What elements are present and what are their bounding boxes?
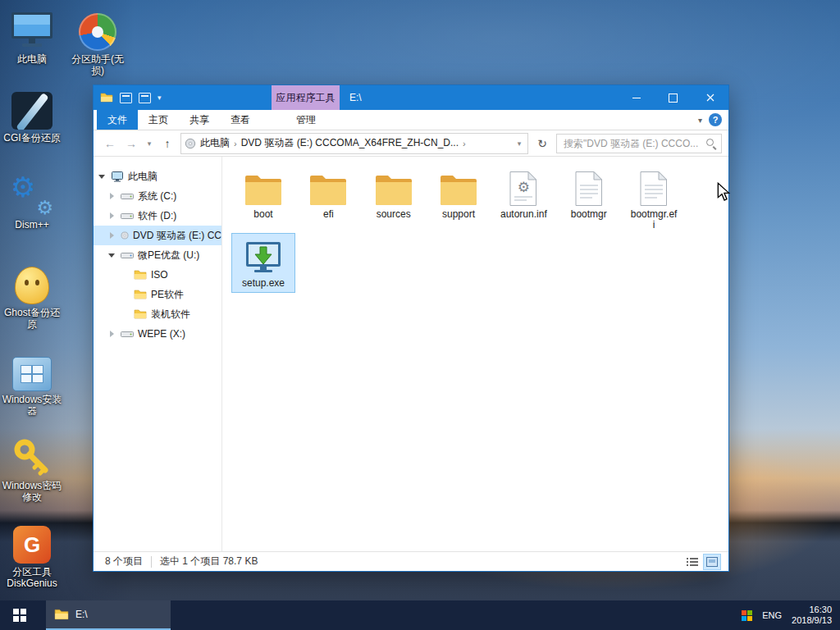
item-count: 8 个项目 — [105, 555, 143, 568]
desktop-icon-dism[interactable]: ⚙⚙ Dism++ — [0, 172, 64, 231]
tray-time: 16:30 — [792, 605, 832, 615]
clock[interactable]: 16:30 2018/9/13 — [792, 605, 832, 626]
status-bar: 8 个项目 选中 1 个项目 78.7 KB — [94, 551, 728, 571]
tree-item-usb-drive-u[interactable]: 微PE优盘 (U:) — [94, 245, 221, 265]
folder-icon — [134, 269, 147, 281]
tab-home[interactable]: 主页 — [138, 110, 179, 130]
file-item-sources[interactable]: sources — [363, 165, 425, 223]
file-item-support[interactable]: support — [427, 165, 490, 223]
dvd-drive-icon — [185, 138, 196, 149]
close-button[interactable] — [692, 85, 728, 110]
refresh-button[interactable]: ↻ — [533, 134, 551, 153]
chevron-collapsed-icon[interactable] — [108, 192, 116, 200]
mouse-cursor — [717, 182, 730, 202]
quick-access-toolbar: ▾ — [94, 92, 162, 103]
folder-icon — [134, 308, 147, 320]
maximize-button[interactable] — [655, 85, 692, 110]
details-view-button[interactable] — [684, 555, 701, 569]
desktop-icon-windows-installer[interactable]: Windows安装器 — [0, 347, 64, 417]
tree-item-folder-pe[interactable]: PE软件 — [94, 285, 221, 304]
file-item-efi[interactable]: efi — [297, 165, 359, 223]
file-item-setup-exe[interactable]: setup.exe — [232, 234, 294, 292]
drive-icon — [121, 327, 134, 340]
file-list: boot efi — [222, 157, 728, 551]
setup-information-file-icon: ⚙ — [492, 167, 555, 207]
setup-application-icon — [232, 236, 294, 276]
search-input[interactable] — [556, 134, 722, 153]
desktop-icon-ghost-backup[interactable]: Ghost备份还原 — [0, 260, 64, 330]
desktop-icon-partition-assistant[interactable]: 分区助手(无损) — [66, 7, 130, 76]
new-folder-icon[interactable] — [139, 93, 151, 103]
tree-item-drive-x[interactable]: WEPE (X:) — [94, 324, 221, 344]
tray-date: 2018/9/13 — [792, 615, 832, 626]
chevron-collapsed-icon[interactable] — [108, 212, 116, 220]
chevron-expanded-icon[interactable] — [98, 172, 107, 180]
help-icon[interactable]: ? — [709, 113, 722, 126]
tab-share[interactable]: 共享 — [179, 110, 220, 130]
taskbar-explorer-button[interactable]: E:\ — [46, 600, 171, 630]
chevron-expanded-icon[interactable] — [108, 251, 116, 259]
file-item-autorun[interactable]: ⚙ autorun.inf — [492, 165, 555, 223]
back-button[interactable]: ← — [102, 137, 118, 150]
forward-button[interactable]: → — [123, 137, 139, 150]
file-icon — [558, 167, 620, 207]
divider — [151, 556, 152, 568]
taskbar: E:\ ENG 16:30 2018/9/13 — [0, 600, 840, 630]
breadcrumb-this-pc[interactable]: 此电脑 — [200, 136, 230, 150]
drive-icon — [121, 189, 134, 203]
ghost-icon — [0, 260, 64, 304]
up-button[interactable]: ↑ — [159, 137, 176, 150]
file-item-bootmgr[interactable]: bootmgr — [558, 165, 620, 223]
drive-icon — [121, 209, 134, 222]
explorer-app-icon[interactable] — [100, 92, 113, 103]
tree-item-dvd-drive-e[interactable]: DVD 驱动器 (E:) CC — [94, 226, 221, 245]
expand-ribbon-chevron-icon[interactable]: ▾ — [698, 110, 702, 130]
tree-item-drive-c[interactable]: 系统 (C:) — [94, 186, 221, 206]
cgi-backup-icon — [0, 85, 64, 130]
folder-icon — [134, 289, 147, 300]
minimize-button[interactable] — [618, 85, 655, 110]
title-bar[interactable]: ▾ 应用程序工具 E:\ — [94, 85, 728, 110]
contextual-tab-application-tools[interactable]: 应用程序工具 — [272, 85, 340, 110]
breadcrumb-dvd-drive[interactable]: DVD 驱动器 (E:) CCCOMA_X64FRE_ZH-CN_D... — [241, 136, 459, 150]
desktop-icon-diskgenius[interactable]: G 分区工具DiskGenius — [0, 519, 64, 589]
navigation-bar: ← → ▾ ↑ 此电脑 › DVD 驱动器 (E:) CCCOMA_X64FRE… — [94, 130, 728, 157]
taskbar-explorer-label: E:\ — [75, 609, 88, 620]
address-bar[interactable]: 此电脑 › DVD 驱动器 (E:) CCCOMA_X64FRE_ZH-CN_D… — [180, 133, 528, 154]
breadcrumb-separator-icon[interactable]: › — [234, 139, 237, 148]
gear-icon: ⚙ — [492, 179, 555, 195]
tab-file[interactable]: 文件 — [97, 110, 138, 130]
file-item-boot[interactable]: boot — [232, 165, 294, 223]
partition-assistant-icon — [66, 7, 130, 51]
search-box — [556, 134, 722, 153]
file-icon — [623, 167, 685, 207]
desktop-icon-cgi-backup[interactable]: CGI备份还原 — [0, 85, 64, 144]
recent-locations-chevron-icon[interactable]: ▾ — [144, 139, 154, 148]
desktop-icon-windows-password[interactable]: Windows密码修改 — [0, 433, 64, 503]
chevron-collapsed-icon[interactable] — [108, 330, 116, 338]
tree-item-folder-iso[interactable]: ISO — [94, 265, 221, 285]
customize-toolbar-chevron-icon[interactable]: ▾ — [158, 94, 162, 102]
tree-item-this-pc[interactable]: 此电脑 — [94, 167, 221, 186]
start-button[interactable] — [0, 600, 39, 630]
desktop: 此电脑 分区助手(无损) CGI备份还原 ⚙⚙ Dism++ Ghost备份还原… — [0, 0, 840, 630]
key-icon — [0, 433, 64, 477]
tray-colored-windows-icon[interactable] — [742, 610, 752, 621]
chevron-placeholder — [121, 290, 130, 299]
folder-icon — [297, 167, 359, 207]
address-dropdown-chevron-icon[interactable]: ▾ — [514, 139, 524, 148]
tab-manage[interactable]: 管理 — [285, 110, 326, 130]
properties-icon[interactable] — [120, 93, 132, 103]
window-controls — [618, 85, 728, 110]
language-indicator[interactable]: ENG — [762, 610, 782, 620]
large-icons-view-button[interactable] — [704, 555, 720, 569]
chevron-collapsed-icon[interactable] — [108, 231, 116, 240]
tree-item-drive-d[interactable]: 软件 (D:) — [94, 206, 221, 226]
dvd-drive-icon — [121, 229, 129, 242]
folder-icon — [427, 167, 490, 207]
file-item-bootmgr-efi[interactable]: bootmgr.efi — [623, 165, 685, 234]
desktop-icon-this-pc[interactable]: 此电脑 — [0, 7, 64, 65]
breadcrumb-separator-icon[interactable]: › — [463, 139, 466, 148]
tab-view[interactable]: 查看 — [220, 110, 261, 130]
tree-item-folder-zhuangji[interactable]: 装机软件 — [94, 304, 221, 324]
